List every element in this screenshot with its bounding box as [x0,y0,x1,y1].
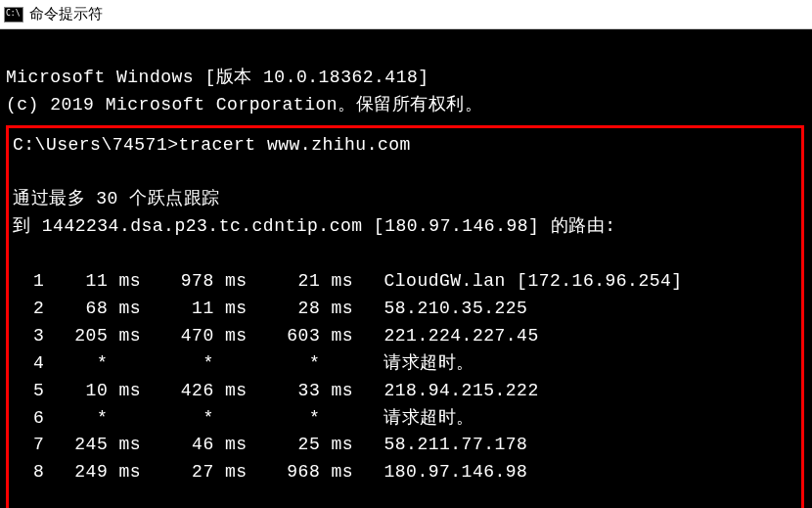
hop-list: 111 ms978 ms21 msCloudGW.lan [172.16.96.… [13,268,797,504]
hop-unit-3: ms [332,432,363,459]
hop-host: 218.94.215.222 [363,378,539,405]
hop-host: 请求超时。 [363,405,474,433]
hop-time-1: * [44,405,108,433]
hop-host: 221.224.227.45 [363,323,539,350]
titlebar[interactable]: 命令提示符 [0,0,812,29]
hop-time-3: * [256,405,320,433]
hop-unit-3: ms [332,296,363,323]
hop-row: 3205 ms470 ms603 ms221.224.227.45 [13,323,797,350]
hop-unit-1: ms [119,268,151,296]
tracert-session: C:\Users\74571>tracert www.zhihu.com 通过最… [6,125,804,508]
trace-intro-1: 通过最多 30 个跃点跟踪 [13,189,220,208]
hop-unit-2: ms [225,268,256,296]
hop-number: 3 [13,323,44,350]
hop-row: 7245 ms46 ms25 ms58.211.77.178 [13,432,797,459]
hop-unit-1: ms [119,323,151,350]
command-text: tracert www.zhihu.com [179,135,411,155]
hop-row: 6* * * 请求超时。 [13,405,797,433]
hop-time-1: 11 [44,268,108,296]
hop-row: 510 ms426 ms33 ms218.94.215.222 [13,378,797,405]
hop-unit-2: ms [225,296,256,323]
hop-row: 8249 ms27 ms968 ms180.97.146.98 [13,459,797,486]
hop-time-2: 46 [151,432,214,459]
hop-host: 请求超时。 [363,350,474,378]
hop-time-2: 978 [151,268,214,296]
hop-time-3: 28 [256,296,320,323]
hop-unit-2: ms [225,378,256,405]
hop-unit-3: ms [332,378,363,405]
hop-number: 7 [13,432,44,459]
hop-unit-2: ms [225,459,256,486]
hop-time-2: 11 [151,296,214,323]
hop-row: 4* * * 请求超时。 [13,350,797,378]
hop-time-2: 470 [151,323,214,350]
hop-row: 111 ms978 ms21 msCloudGW.lan [172.16.96.… [13,268,797,296]
version-line: Microsoft Windows [版本 10.0.18362.418] [6,68,429,87]
hop-time-2: 27 [151,459,214,486]
hop-time-3: 968 [256,459,320,486]
hop-number: 8 [13,459,44,486]
hop-time-3: 25 [256,432,320,459]
hop-number: 6 [13,405,44,433]
terminal-output[interactable]: Microsoft Windows [版本 10.0.18362.418] (c… [0,29,812,508]
hop-number: 4 [13,350,44,378]
hop-unit-1: ms [119,459,151,486]
hop-unit-1: ms [119,432,151,459]
hop-unit-3: ms [332,268,363,296]
hop-time-2: * [151,405,214,433]
hop-time-1: * [44,350,108,378]
hop-host: CloudGW.lan [172.16.96.254] [363,268,683,296]
window-title: 命令提示符 [29,5,103,23]
hop-time-3: 33 [256,378,320,405]
hop-time-3: 21 [256,268,320,296]
hop-unit-3: ms [332,459,363,486]
hop-time-1: 10 [44,378,108,405]
hop-number: 5 [13,378,44,405]
hop-unit-3: ms [332,323,363,350]
trace-intro-2: 到 1442234.dsa.p23.tc.cdntip.com [180.97.… [13,216,615,236]
cmd-icon [4,7,23,23]
hop-time-1: 205 [44,323,108,350]
hop-time-1: 68 [44,296,108,323]
hop-time-1: 249 [44,459,108,486]
hop-time-1: 245 [44,432,108,459]
hop-unit-1: ms [119,296,151,323]
hop-row: 268 ms11 ms28 ms58.210.35.225 [13,296,797,323]
hop-time-3: * [256,350,320,378]
copyright-line: (c) 2019 Microsoft Corporation。保留所有权利。 [6,95,482,115]
hop-host: 58.210.35.225 [363,296,528,323]
hop-time-2: 426 [151,378,214,405]
hop-unit-1: ms [119,378,151,405]
hop-number: 1 [13,268,44,296]
hop-host: 180.97.146.98 [363,459,528,486]
hop-time-2: * [151,350,214,378]
prompt-path: C:\Users\74571> [13,135,179,155]
hop-unit-2: ms [225,323,256,350]
hop-time-3: 603 [256,323,320,350]
hop-host: 58.211.77.178 [363,432,528,459]
blank-line [13,486,797,504]
hop-unit-2: ms [225,432,256,459]
hop-number: 2 [13,296,44,323]
